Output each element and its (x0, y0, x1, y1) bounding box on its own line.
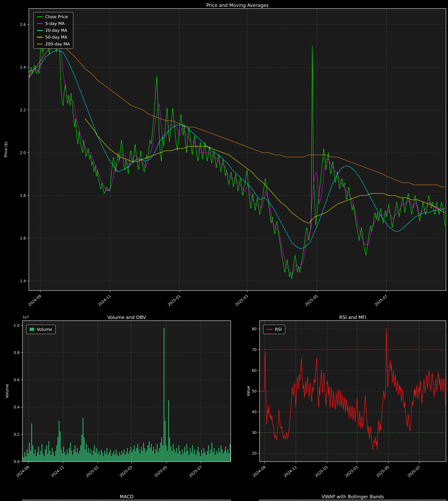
volume-bar (159, 448, 160, 462)
volume-bar (197, 451, 197, 462)
series-line-50-day-ma (85, 119, 445, 223)
volume-bar (132, 452, 132, 462)
volume-bar (162, 445, 163, 462)
volume-bar (117, 454, 118, 462)
volume-bar (213, 452, 213, 462)
price-ma-chart-title: Price and Moving Averages (206, 2, 269, 8)
volume-bar (146, 449, 147, 462)
x-tick-label: 2025-03 (119, 465, 133, 478)
x-tick-label: 2024-11 (283, 465, 298, 478)
volume-bar (178, 445, 179, 462)
volume-bar (139, 449, 139, 462)
volume-bar (207, 451, 208, 462)
volume-bar (46, 445, 47, 462)
volume-bar (135, 451, 136, 462)
volume-bar (81, 434, 82, 462)
series-line-rsi (260, 328, 446, 449)
volume-bar (113, 451, 114, 462)
volume-bar (121, 451, 122, 462)
volume-bar (77, 448, 78, 462)
vwap-bb-plot: 2024-092024-112025-012025-032025-052025-… (260, 500, 446, 501)
volume-bar (123, 454, 123, 462)
volume-bar (129, 451, 130, 462)
volume-bar (103, 456, 104, 462)
volume-bar (176, 448, 177, 462)
volume-bar (29, 443, 30, 462)
legend-label: 5-day MA (45, 21, 65, 26)
volume-bar (142, 451, 143, 462)
y-tick-label: 2.4 (20, 65, 26, 69)
rsi-mfi-plot: 2024-092024-112025-012025-032025-052025-… (260, 321, 446, 462)
volume-bar (119, 452, 120, 462)
volume-bar (94, 445, 95, 462)
legend-line-swatch-5-day-ma (37, 23, 43, 24)
legend-item: 50-day MA (37, 35, 70, 40)
legend-line-swatch-rsi (267, 329, 272, 330)
volume-bar (54, 456, 55, 462)
volume-bar (217, 454, 218, 462)
volume-bar (38, 447, 39, 462)
volume-bar (160, 443, 161, 462)
volume-bar (79, 451, 80, 462)
volume-bar (61, 449, 62, 462)
y-tick-label: 60 (252, 368, 256, 373)
volume-bar (70, 443, 71, 462)
volume-bar (211, 443, 212, 462)
legend-item: 20-day MA (37, 28, 70, 33)
volume-bar (134, 445, 135, 462)
y-tick-label: 0.8 (14, 350, 19, 355)
volume-bar (84, 437, 85, 462)
volume-bar (156, 449, 157, 462)
volume-bar (85, 449, 86, 462)
volume-bar (105, 454, 106, 462)
volume-bar (98, 451, 99, 462)
volume-bar (190, 448, 191, 462)
volume-bar (173, 444, 174, 462)
price-ma-plot: 2024-092024-112025-012025-032025-052025-… (29, 9, 446, 291)
volume-bar (108, 455, 109, 462)
x-tick-label: 2025-07 (407, 465, 421, 478)
volume-bar (86, 444, 87, 462)
volume-bar (49, 451, 50, 462)
volume-bar (53, 452, 54, 462)
legend-item: Close Price (37, 14, 70, 19)
y-tick-label: 1.6 (20, 236, 26, 240)
volume-bar (191, 452, 192, 462)
volume-bar (220, 452, 220, 462)
volume-bar (116, 449, 116, 462)
volume-bar (23, 457, 24, 462)
legend-line-swatch-50-day-ma (37, 37, 43, 38)
volume-bar (154, 454, 155, 462)
volume-bar (91, 449, 91, 462)
volume-bar (214, 448, 215, 462)
volume-bar (165, 421, 166, 462)
volume-bar (60, 432, 61, 462)
rsi-y-axis-label: Value (246, 386, 251, 396)
volume-bar (137, 444, 138, 462)
volume-bar (62, 454, 63, 462)
volume-bar (180, 451, 180, 462)
volume-bar (181, 455, 181, 462)
volume-bar (35, 449, 35, 462)
macd-plot: 2024-092024-112025-012025-032025-052025-… (23, 500, 231, 501)
volume-bar (71, 451, 72, 462)
y-tick-label: 50 (252, 389, 256, 393)
volume-bar (114, 455, 115, 462)
legend-label: 200-day MA (45, 42, 70, 47)
legend-rect-swatch-volume (30, 328, 34, 331)
volume-bar (152, 451, 153, 462)
volume-bar (157, 444, 158, 462)
volume-bar (32, 445, 33, 462)
volume-bar (201, 449, 202, 462)
volume-bar (223, 454, 224, 462)
volume-bar (36, 456, 37, 462)
volume-bar (112, 454, 113, 462)
volume-bar (76, 452, 77, 462)
x-tick-label: 2025-05 (304, 294, 319, 307)
volume-bar (184, 447, 185, 462)
volume-obv-plot: 2024-092024-112025-012025-032025-052025-… (23, 321, 231, 462)
volume-bar (227, 449, 228, 462)
volume-bar (230, 444, 230, 462)
legend-label: Close Price (45, 14, 68, 19)
volume-bar (161, 437, 162, 462)
